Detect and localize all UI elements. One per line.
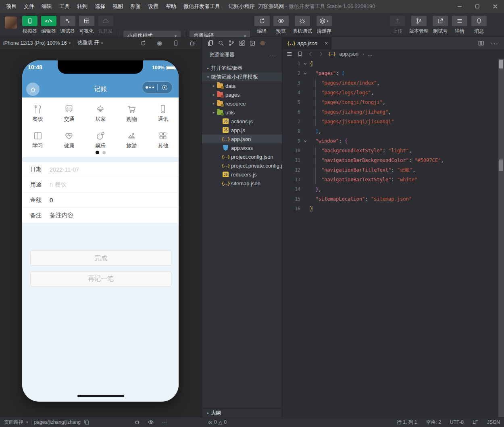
page-path-selector[interactable]: 页面路径 [4,419,23,426]
menu-视图[interactable]: 视图 [109,0,127,13]
code-line-7[interactable]: 7 "pages/jisuanqi/jisuanqi" [282,117,504,126]
breadcrumb-more[interactable]: ... [368,51,372,57]
menu-界面[interactable]: 界面 [127,0,144,13]
code-line-15[interactable]: 15 "sitemapLocation": "sitemap.json" [282,194,504,204]
tree-item-actions.js[interactable]: JSactions.js [202,117,282,126]
category-item-交通[interactable]: 交通 [54,103,85,123]
language-mode[interactable]: JSON [487,419,500,425]
multi-window-icon[interactable] [190,40,196,46]
toolbar-button-可视化[interactable]: 可视化 [77,16,96,35]
device-select[interactable]: iPhone 12/13 (Pro) 100% 16 ▾ [0,40,74,46]
tree-item-app.wxss[interactable]: app.wxss [202,143,282,152]
record-icon[interactable]: ◉ [157,39,162,47]
toolbar-button-清缓存[interactable]: ▾清缓存 [314,16,333,35]
toolbar-button-真机调试[interactable]: 真机调试 [290,16,314,35]
code-line-4[interactable]: 4 "pages/logs/logs", [282,88,504,97]
exit-miniapp-button[interactable] [158,85,173,90]
menu-选择[interactable]: 选择 [91,0,109,13]
more-actions-icon[interactable]: ··· [491,39,498,47]
bookmark-icon[interactable] [297,51,303,57]
toolbar-button-版本管理[interactable]: 版本管理 [407,16,431,35]
teapot-icon[interactable] [258,39,267,48]
search-icon[interactable] [217,39,225,48]
tree-item-project.config.json[interactable]: {..}project.config.json [202,152,282,161]
menu-工具[interactable]: 工具 [56,0,73,13]
code-line-16[interactable]: 16} [282,204,504,214]
code-line-2[interactable]: 2 "pages": [ [282,68,504,78]
cursor-position[interactable]: 行 1, 列 1 [397,419,417,426]
code-line-10[interactable]: 10 "backgroundTextStyle": "light", [282,146,504,155]
toolbar-button-编译[interactable]: 编译 [252,16,271,35]
code-line-3[interactable]: 3 "pages/index/index", [282,78,504,88]
rotate-icon[interactable] [140,40,146,46]
code-line-6[interactable]: 6 "pages/jizhang/jizhang", [282,107,504,117]
category-item-购物[interactable]: 购物 [116,103,148,123]
menu-文件[interactable]: 文件 [20,0,38,13]
maximize-button[interactable] [469,0,486,13]
form-value[interactable]: 餐饮 [50,181,67,189]
copy-icon[interactable] [83,419,90,425]
eol-setting[interactable]: LF [473,419,478,425]
tree-item-resource[interactable]: ▸resource [202,99,282,108]
files-icon[interactable] [206,39,215,48]
code-line-8[interactable]: 8 ], [282,126,504,136]
tree-item-data[interactable]: ▸data [202,81,282,90]
toolbar-button-消息[interactable]: 消息 [469,16,489,35]
extensions-icon[interactable] [237,39,246,48]
code-line-11[interactable]: 11 "navigationBarBackgroundColor": "#509… [282,155,504,165]
hot-reload-toggle[interactable]: 热重载 开 ▾ [74,39,106,46]
menu-编辑[interactable]: 编辑 [38,0,56,13]
indent-setting[interactable]: 空格: 2 [426,419,441,426]
toolbar-button-测试号[interactable]: 测试号 [431,16,450,35]
category-item-旅游[interactable]: 旅游 [116,130,148,149]
user-avatar[interactable] [5,17,17,29]
snippet-panel-icon[interactable] [248,39,256,48]
toolbar-button-编辑器[interactable]: </>编辑器 [39,16,58,35]
toolbar-button-模拟器[interactable]: 模拟器 [20,16,39,35]
code-editor[interactable]: 1{2 "pages": [3 "pages/index/index",4 "p… [282,59,504,214]
category-item-通讯[interactable]: 通讯 [147,103,179,123]
problems-indicator[interactable]: ⊗ 0 △ 0 [208,419,227,425]
split-editor-icon[interactable] [478,40,484,46]
category-item-学习[interactable]: 学习 [22,130,54,149]
tree-item-sitemap.json[interactable]: {..}sitemap.json [202,179,282,188]
category-item-其他[interactable]: 其他 [147,130,179,149]
tree-section-open-editors[interactable]: ▸打开的编辑器 [202,64,282,73]
tree-item-project.private.config.js...[interactable]: {..}project.private.config.js... [202,161,282,170]
git-branch-icon[interactable] [227,39,235,48]
fold-chevron-icon[interactable] [300,139,310,143]
toolbar-button-调试器[interactable]: 调试器 [58,16,77,35]
tree-item-utils[interactable]: ▸utils [202,108,282,117]
close-tab-icon[interactable]: × [325,41,328,46]
code-line-1[interactable]: 1{ [282,59,504,68]
tree-item-reducers.js[interactable]: JSreducers.js [202,170,282,179]
outline-list-icon[interactable] [286,51,293,57]
close-button[interactable] [486,0,504,13]
form-value[interactable]: 0 [50,197,53,203]
code-line-5[interactable]: 5 "pages/tongji/tongji", [282,97,504,107]
category-item-餐饮[interactable]: 餐饮 [22,103,54,123]
code-line-14[interactable]: 14 }, [282,184,504,194]
code-line-9[interactable]: 9 "window": { [282,136,504,146]
more-actions-icon[interactable]: ··· [270,52,277,58]
breadcrumb-file[interactable]: app.json [339,51,358,57]
toolbar-button-预览[interactable]: 预览 [271,16,290,35]
tree-item-pages[interactable]: ▸pages [202,90,282,99]
fold-chevron-icon[interactable] [300,62,310,66]
add-another-button[interactable]: 再记一笔 [30,271,171,286]
tab-app-json[interactable]: {..} app.json × [282,37,331,49]
tree-section-project[interactable]: ▾微信记账小程序模板 [202,73,282,81]
tree-item-app.json[interactable]: {..}app.json [202,135,282,143]
category-item-娱乐[interactable]: 娱乐 [85,130,116,149]
scrollbar-thumb[interactable] [499,60,503,68]
tree-item-app.js[interactable]: JSapp.js [202,126,282,135]
menu-设置[interactable]: 设置 [144,0,162,13]
menu-微信开发者工具[interactable]: 微信开发者工具 [180,0,224,13]
more-menu-button[interactable] [142,86,157,89]
menu-帮助[interactable]: 帮助 [162,0,180,13]
category-item-居家[interactable]: 居家 [85,103,116,123]
menu-项目[interactable]: 项目 [2,0,20,13]
form-value[interactable]: 2022-11-07 [50,166,79,173]
encoding-setting[interactable]: UTF-8 [450,419,464,425]
category-item-健康[interactable]: 健康 [54,130,85,149]
